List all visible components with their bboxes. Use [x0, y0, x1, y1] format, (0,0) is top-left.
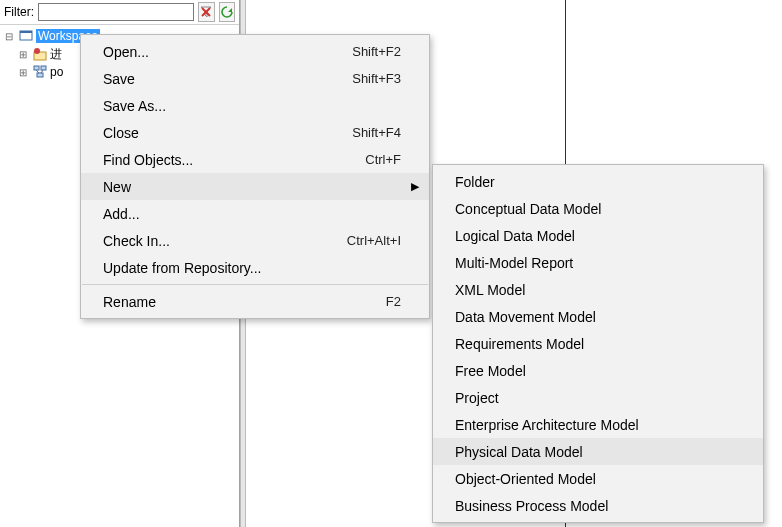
menu-item-free-model[interactable]: Free Model: [433, 357, 763, 384]
menu-item-label: Close: [103, 125, 352, 141]
menu-item-open[interactable]: Open... Shift+F2: [81, 38, 429, 65]
svg-point-5: [34, 48, 40, 54]
model-icon: [32, 46, 48, 62]
menu-item-label: Save As...: [103, 98, 401, 114]
refresh-icon: [221, 6, 233, 18]
tree-item-label: po: [50, 65, 63, 79]
menu-item-shortcut: Shift+F4: [352, 125, 401, 140]
menu-item-xml-model[interactable]: XML Model: [433, 276, 763, 303]
svg-rect-6: [34, 66, 39, 70]
menu-separator: [82, 284, 428, 285]
menu-item-shortcut: Shift+F3: [352, 71, 401, 86]
remove-filter-button[interactable]: [198, 2, 215, 22]
menu-item-shortcut: Shift+F2: [352, 44, 401, 59]
menu-item-new[interactable]: New ▶: [81, 173, 429, 200]
menu-item-rename[interactable]: Rename F2: [81, 288, 429, 315]
menu-item-project[interactable]: Project: [433, 384, 763, 411]
menu-item-close[interactable]: Close Shift+F4: [81, 119, 429, 146]
menu-item-label: Business Process Model: [455, 498, 735, 514]
menu-item-data-movement-model[interactable]: Data Movement Model: [433, 303, 763, 330]
menu-item-shortcut: Ctrl+F: [365, 152, 401, 167]
menu-item-physical-data-model[interactable]: Physical Data Model: [433, 438, 763, 465]
expand-icon[interactable]: ⊞: [16, 67, 30, 78]
menu-item-label: Requirements Model: [455, 336, 735, 352]
tree-item-label: 进: [50, 46, 62, 63]
menu-item-requirements-model[interactable]: Requirements Model: [433, 330, 763, 357]
menu-item-save-as[interactable]: Save As...: [81, 92, 429, 119]
menu-item-label: Save: [103, 71, 352, 87]
diagram-icon: [32, 64, 48, 80]
menu-item-label: Object-Oriented Model: [455, 471, 735, 487]
menu-item-label: Physical Data Model: [455, 444, 735, 460]
menu-item-add[interactable]: Add...: [81, 200, 429, 227]
menu-item-business-process-model[interactable]: Business Process Model: [433, 492, 763, 519]
expand-icon[interactable]: ⊟: [2, 31, 16, 42]
svg-rect-8: [37, 73, 43, 77]
menu-item-multi-model-report[interactable]: Multi-Model Report: [433, 249, 763, 276]
menu-item-check-in[interactable]: Check In... Ctrl+Alt+I: [81, 227, 429, 254]
context-menu: Open... Shift+F2 Save Shift+F3 Save As..…: [80, 34, 430, 319]
menu-item-label: Add...: [103, 206, 401, 222]
menu-item-find-objects[interactable]: Find Objects... Ctrl+F: [81, 146, 429, 173]
menu-item-label: Rename: [103, 294, 386, 310]
menu-item-shortcut: Ctrl+Alt+I: [347, 233, 401, 248]
workspace-icon: [18, 28, 34, 44]
menu-item-label: Update from Repository...: [103, 260, 401, 276]
submenu-new: Folder Conceptual Data Model Logical Dat…: [432, 164, 764, 523]
filter-label: Filter:: [4, 5, 34, 19]
remove-filter-icon: [200, 6, 212, 18]
menu-item-label: Data Movement Model: [455, 309, 735, 325]
refresh-button[interactable]: [219, 2, 236, 22]
menu-item-label: XML Model: [455, 282, 735, 298]
menu-item-conceptual-data-model[interactable]: Conceptual Data Model: [433, 195, 763, 222]
menu-item-label: Check In...: [103, 233, 347, 249]
menu-item-label: Open...: [103, 44, 352, 60]
menu-item-save[interactable]: Save Shift+F3: [81, 65, 429, 92]
menu-item-label: New: [103, 179, 401, 195]
menu-item-label: Project: [455, 390, 735, 406]
filter-input[interactable]: [38, 3, 194, 21]
submenu-arrow-icon: ▶: [411, 180, 419, 193]
menu-item-label: Folder: [455, 174, 735, 190]
menu-item-label: Enterprise Architecture Model: [455, 417, 735, 433]
expand-icon[interactable]: ⊞: [16, 49, 30, 60]
svg-rect-3: [20, 31, 32, 33]
menu-item-object-oriented-model[interactable]: Object-Oriented Model: [433, 465, 763, 492]
menu-item-enterprise-architecture-model[interactable]: Enterprise Architecture Model: [433, 411, 763, 438]
svg-rect-7: [41, 66, 46, 70]
menu-item-folder[interactable]: Folder: [433, 168, 763, 195]
menu-item-shortcut: F2: [386, 294, 401, 309]
menu-item-label: Conceptual Data Model: [455, 201, 735, 217]
filter-bar: Filter:: [0, 0, 239, 25]
menu-item-label: Multi-Model Report: [455, 255, 735, 271]
menu-item-label: Find Objects...: [103, 152, 365, 168]
menu-item-label: Free Model: [455, 363, 735, 379]
menu-item-update-repository[interactable]: Update from Repository...: [81, 254, 429, 281]
menu-item-label: Logical Data Model: [455, 228, 735, 244]
menu-item-logical-data-model[interactable]: Logical Data Model: [433, 222, 763, 249]
